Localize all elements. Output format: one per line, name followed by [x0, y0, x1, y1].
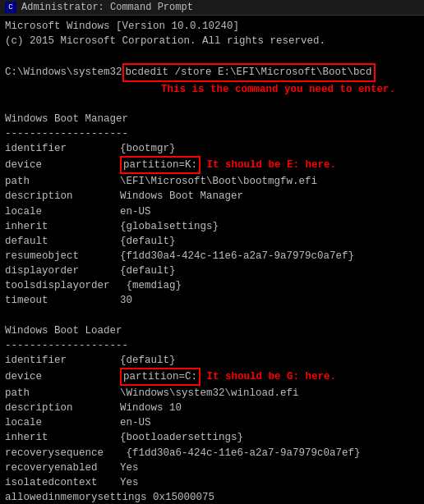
- console-area: Microsoft Windows [Version 10.0.10240] (…: [0, 16, 424, 504]
- bl-row-device: device partition=C: It should be G: here…: [5, 368, 419, 386]
- bm-row-default: default {default}: [5, 234, 419, 249]
- command-annotation-line: This is the command you need to enter.: [5, 82, 419, 97]
- bl-row-recoveryenabled: recoveryenabled Yes: [5, 460, 419, 475]
- command-annotation: This is the command you need to enter.: [161, 84, 395, 95]
- bl-row-identifier: identifier {default}: [5, 353, 419, 368]
- prompt-prefix: C:\Windows\system32: [5, 65, 122, 80]
- bm-row-timeout: timeout 30: [5, 293, 419, 308]
- bm-row-displayorder: displayorder {default}: [5, 263, 419, 278]
- bl-row-inherit: inherit {bootloadersettings}: [5, 430, 419, 445]
- window-title: Administrator: Command Prompt: [21, 2, 193, 13]
- bl-row-path: path \Windows\system32\winload.efi: [5, 386, 419, 401]
- bl-row-isolatedcontext: isolatedcontext Yes: [5, 475, 419, 490]
- title-bar: C Administrator: Command Prompt: [0, 0, 424, 16]
- bm-row-toolsdisplayorder: toolsdisplayorder {memdiag}: [5, 278, 419, 293]
- dashes-2: --------------------: [5, 338, 419, 353]
- bl-row-recoverysequence: recoverysequence {f1dd30a6-424c-11e6-a2a…: [5, 446, 419, 460]
- boot-manager-header: Windows Boot Manager: [5, 112, 419, 126]
- command-box: bcdedit /store E:\EFI\Microsoft\Boot\bcd: [122, 63, 376, 81]
- bm-row-description: description Windows Boot Manager: [5, 189, 419, 204]
- bl-row-locale: locale en-US: [5, 415, 419, 430]
- dashes-1: --------------------: [5, 126, 419, 141]
- header-line-1: Microsoft Windows [Version 10.0.10240]: [5, 19, 419, 34]
- title-icon: C: [5, 2, 16, 13]
- bm-row-resumeobject: resumeobject {f1dd30a4-424c-11e6-a2a7-9a…: [5, 249, 419, 263]
- bm-row-identifier: identifier {bootmgr}: [5, 141, 419, 156]
- bm-row-path: path \EFI\Microsoft\Boot\bootmgfw.efi: [5, 174, 419, 189]
- prompt-line: C:\Windows\system32 bcdedit /store E:\EF…: [5, 63, 419, 81]
- boot-loader-header: Windows Boot Loader: [5, 323, 419, 338]
- header-line-2: (c) 2015 Microsoft Corporation. All righ…: [5, 34, 419, 48]
- bl-row-allowedinmemorysettings: allowedinmemorysettings 0x15000075: [5, 490, 419, 504]
- bm-row-inherit: inherit {globalsettings}: [5, 219, 419, 234]
- bm-row-locale: locale en-US: [5, 204, 419, 219]
- bl-row-description: description Windows 10: [5, 401, 419, 415]
- bm-row-device: device partition=K: It should be E: here…: [5, 156, 419, 174]
